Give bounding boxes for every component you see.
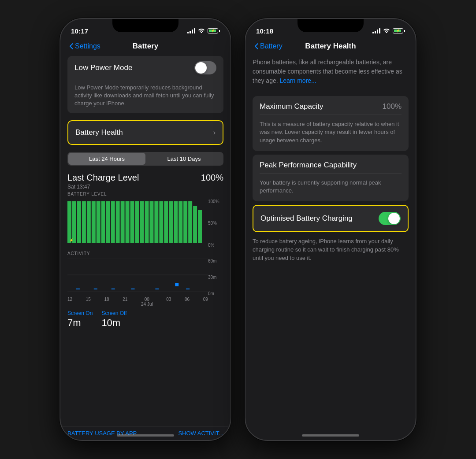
status-icons-left: ⚡ [187, 27, 220, 34]
svg-rect-19 [159, 201, 163, 243]
svg-rect-38 [186, 289, 190, 289]
status-time-right: 10:18 [256, 27, 273, 35]
last-charge-row: Last Charge Level Sat 13:47 100% [67, 173, 223, 190]
battery-level-label: BATTERY LEVEL [67, 192, 223, 196]
notch-right [298, 19, 364, 32]
svg-rect-5 [92, 201, 96, 243]
battery-status-icon: ⚡ [208, 28, 220, 33]
svg-rect-14 [135, 201, 139, 243]
battery-chart-labels: 100% 50% 0% [208, 199, 223, 248]
svg-rect-25 [188, 201, 192, 243]
last-charge-subtitle: Sat 13:47 [67, 184, 139, 190]
low-power-label: Low Power Mode [74, 63, 132, 72]
battery-status-icon-right: ⚡ [393, 28, 405, 33]
svg-rect-33 [94, 289, 97, 289]
activity-chart-labels: 60m 30m 0m [208, 259, 223, 296]
svg-rect-2 [77, 201, 81, 243]
battery-chart-svg: ⚡ [67, 199, 208, 243]
svg-rect-22 [174, 201, 178, 243]
nav-title-right: Battery Health [305, 42, 356, 51]
notch [112, 19, 178, 32]
capacity-value: 100% [383, 102, 402, 111]
svg-rect-23 [178, 201, 182, 243]
home-indicator-left [117, 434, 174, 437]
battery-chart-section: BATTERY LEVEL [67, 192, 223, 248]
svg-rect-13 [130, 201, 134, 243]
screen-off-label: Screen Off [101, 310, 126, 316]
capacity-desc: This is a measure of battery capacity re… [260, 117, 402, 145]
screen-on-label: Screen On [67, 310, 93, 316]
seg-24hours[interactable]: Last 24 Hours [68, 153, 145, 165]
battery-health-row[interactable]: Battery Health › [67, 120, 223, 145]
screen-off-value: 10m [101, 317, 126, 329]
chevron-icon: › [213, 129, 216, 137]
back-button-left[interactable]: Settings [69, 42, 100, 50]
svg-rect-3 [82, 201, 86, 243]
maximum-capacity-section: Maximum Capacity 100% This is a measure … [253, 96, 409, 151]
signal-icon-right [372, 28, 380, 33]
seg-10days[interactable]: Last 10 Days [145, 153, 223, 165]
performance-title: Peak Performance Capability [260, 161, 402, 170]
battery-settings-content: Low Power Mode Low Power Mode temporaril… [60, 56, 231, 329]
wifi-icon [198, 27, 205, 34]
signal-icon [187, 28, 195, 33]
screen-on-value: 7m [67, 317, 93, 329]
screen-stats: Screen On 7m Screen Off 10m [67, 310, 223, 329]
back-label-right: Battery [260, 42, 283, 50]
svg-text:⚡: ⚡ [69, 238, 74, 242]
low-power-row[interactable]: Low Power Mode [67, 56, 223, 80]
low-power-desc: Low Power Mode temporarily reduces backg… [67, 80, 223, 113]
wifi-icon-right [383, 27, 390, 34]
activity-chart-svg [67, 259, 208, 292]
svg-rect-34 [112, 289, 115, 289]
optimised-charging-row[interactable]: Optimised Battery Charging [253, 205, 409, 232]
status-icons-right: ⚡ [372, 27, 405, 34]
svg-rect-10 [116, 201, 120, 243]
low-power-toggle[interactable] [194, 61, 216, 74]
time-segmented-control[interactable]: Last 24 Hours Last 10 Days [67, 152, 223, 166]
screen-on-stat: Screen On 7m [67, 310, 93, 329]
bottom-bar-left: BATTERY USAGE BY APP SHOW ACTIVIT... [60, 426, 231, 440]
low-power-mode-section: Low Power Mode Low Power Mode temporaril… [67, 56, 223, 113]
svg-rect-9 [111, 201, 115, 243]
svg-rect-4 [87, 201, 91, 243]
battery-health-label: Battery Health [75, 128, 123, 137]
time-axis: 12 15 18 21 0024 Jul 03 06 09 [67, 297, 223, 307]
last-charge-value: 100% [201, 173, 223, 183]
svg-rect-35 [131, 289, 135, 289]
nav-bar-left: Settings Battery [60, 40, 231, 56]
optimised-charging-toggle[interactable] [379, 212, 401, 225]
svg-rect-32 [76, 289, 80, 289]
svg-rect-37 [175, 283, 178, 286]
svg-rect-15 [140, 201, 144, 243]
peak-performance-section: Peak Performance Capability Your battery… [253, 155, 409, 201]
svg-rect-8 [106, 201, 110, 243]
svg-rect-16 [145, 201, 149, 243]
show-activity-link[interactable]: SHOW ACTIVIT... [178, 430, 223, 437]
activity-chart-section: ACTIVITY [67, 251, 223, 307]
svg-rect-26 [193, 206, 197, 243]
svg-rect-18 [154, 201, 158, 243]
nav-title-left: Battery [133, 42, 159, 51]
svg-rect-6 [97, 201, 100, 243]
svg-rect-20 [164, 201, 168, 243]
nav-bar-right: Battery Battery Health [245, 40, 416, 56]
home-indicator-right [302, 434, 359, 437]
svg-rect-11 [121, 201, 125, 243]
capacity-row: Maximum Capacity 100% [260, 102, 402, 111]
right-phone: 10:18 ⚡ [245, 18, 416, 441]
back-label-left: Settings [75, 42, 100, 50]
last-charge-title: Last Charge Level [67, 173, 139, 183]
battery-health-content: Phone batteries, like all rechargeable b… [245, 56, 416, 266]
back-button-right[interactable]: Battery [254, 42, 283, 50]
svg-rect-24 [183, 201, 187, 243]
svg-rect-0 [67, 201, 71, 243]
performance-desc: Your battery is currently supporting nor… [260, 175, 402, 196]
svg-rect-7 [101, 201, 105, 243]
svg-rect-21 [169, 201, 173, 243]
optimised-desc: To reduce battery ageing, iPhone learns … [253, 236, 409, 266]
optimised-label: Optimised Battery Charging [260, 214, 353, 223]
learn-more-link[interactable]: Learn more... [280, 77, 316, 84]
svg-rect-12 [126, 201, 130, 243]
capacity-title: Maximum Capacity [260, 102, 324, 111]
